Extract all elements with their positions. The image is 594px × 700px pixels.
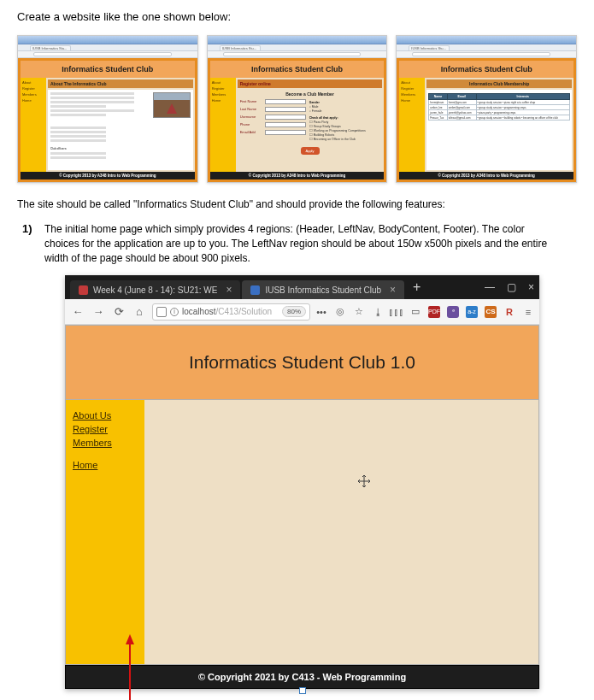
nav-link-home[interactable]: Home	[66, 458, 144, 472]
thumbnail-members: IUSB Informatics Stu... Informatics Stud…	[396, 35, 577, 183]
new-tab-button[interactable]: +	[406, 279, 427, 295]
downloads-icon[interactable]: ⭳	[372, 306, 384, 318]
window-close-icon[interactable]: ×	[528, 281, 534, 293]
resize-handle-icon	[299, 687, 306, 694]
tracking-shield-icon[interactable]	[156, 307, 167, 317]
site-info-icon[interactable]: i	[170, 308, 179, 316]
instruction-heading: Create a website like the one shown belo…	[17, 10, 577, 23]
page-footer: © Copyright 2021 by C413 - Web Programmi…	[65, 665, 539, 689]
page-actions-icon[interactable]: •••	[315, 306, 327, 318]
reader-view-icon[interactable]: ◎	[334, 306, 346, 318]
tab-favicon-icon	[250, 285, 260, 295]
body-content	[144, 400, 538, 664]
nav-reload-icon[interactable]: ⟳	[111, 304, 126, 320]
nav-back-icon[interactable]: ←	[70, 304, 85, 320]
browser-tab-active[interactable]: IUSB Informatics Student Club ×	[242, 280, 404, 299]
url-text: localhost/C413/Solution	[182, 307, 272, 316]
nav-forward-icon[interactable]: →	[91, 304, 106, 320]
bookmark-star-icon[interactable]: ☆	[353, 306, 365, 318]
tab-close-icon[interactable]: ×	[226, 284, 232, 296]
browser-viewport: Informatics Student Club 1.0 About Us Re…	[65, 325, 539, 689]
address-bar[interactable]: i localhost/C413/Solution 80%	[152, 303, 310, 321]
left-nav: About Us Register Members Home	[66, 400, 144, 664]
window-minimize-icon[interactable]: —	[485, 281, 495, 293]
zoom-badge[interactable]: 80%	[282, 306, 306, 317]
browser-tab-inactive[interactable]: Week 4 (June 8 - 14): SU21: WE ×	[70, 280, 240, 299]
feature-list: 1) The initial home page which simply pr…	[17, 222, 577, 700]
page-header: Informatics Student Club 1.0	[65, 325, 539, 400]
browser-mock: Week 4 (June 8 - 14): SU21: WE × IUSB In…	[65, 275, 539, 689]
ext-az-icon[interactable]: a-z	[466, 306, 478, 318]
ext-cs-icon[interactable]: CS	[485, 306, 497, 318]
ext-adblock-icon[interactable]: ᵃ	[447, 306, 459, 318]
feature-item-1: 1) The initial home page which simply pr…	[44, 222, 577, 689]
move-cursor-icon	[357, 474, 371, 488]
window-maximize-icon[interactable]: ▢	[507, 281, 516, 293]
thumbnail-about: IUSB Informatics Stu... Informatics Stud…	[17, 35, 198, 183]
thumbnail-row: IUSB Informatics Stu... Informatics Stud…	[17, 35, 577, 183]
tab-favicon-icon	[79, 285, 88, 295]
browser-toolbar: ← → ⟳ ⌂ i localhost/C413/Solution 80% ••…	[65, 299, 539, 325]
hamburger-menu-icon[interactable]: ≡	[522, 306, 534, 318]
instruction-subheading: The site should be called "Informatics S…	[17, 198, 577, 210]
library-icon[interactable]: ⫿⫿⫿	[391, 306, 403, 318]
nav-home-icon[interactable]: ⌂	[132, 304, 147, 320]
thumbnail-register: IUSB Informatics Stu... Informatics Stud…	[207, 35, 388, 183]
nav-link-members[interactable]: Members	[66, 436, 144, 450]
browser-titlebar: Week 4 (June 8 - 14): SU21: WE × IUSB In…	[65, 275, 539, 299]
nav-link-register[interactable]: Register	[66, 422, 144, 436]
container-tab-icon[interactable]: ▭	[409, 306, 421, 318]
nav-link-about[interactable]: About Us	[66, 409, 144, 422]
page-title: Informatics Student Club 1.0	[189, 352, 415, 373]
ext-r-icon[interactable]: R	[503, 306, 515, 318]
tab-close-icon[interactable]: ×	[390, 284, 396, 296]
ext-pdf-icon[interactable]: PDF	[428, 306, 440, 318]
